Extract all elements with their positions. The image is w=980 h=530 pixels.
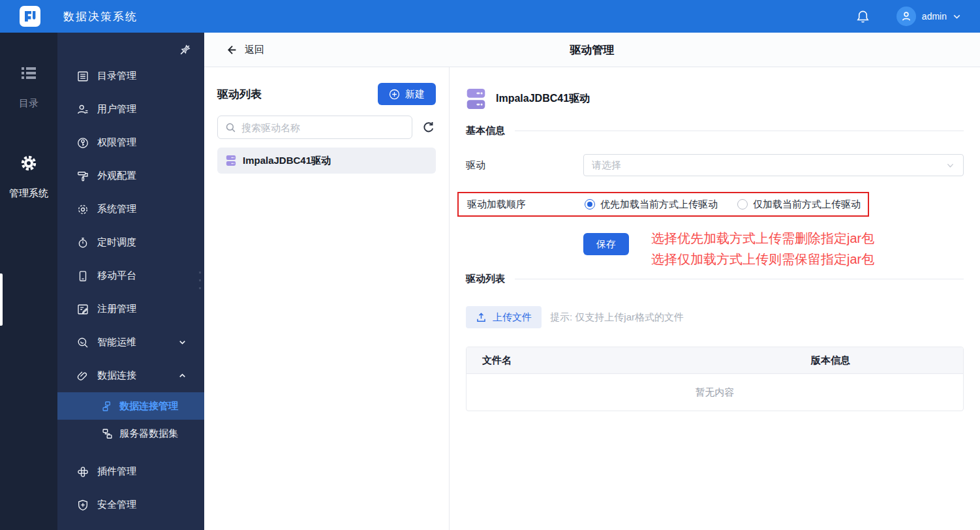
refresh-icon[interactable]	[420, 119, 436, 135]
document-list-icon	[77, 70, 89, 82]
driver-detail-panel: ImpalaJDBC41驱动 基本信息 驱动 请选择 驱动加载顺序 优先加载当前…	[450, 67, 980, 530]
database-icon-large	[466, 87, 486, 110]
menu-item-security-mgmt[interactable]: 安全管理	[57, 488, 204, 522]
rail-item-admin-system[interactable]: 管理系统	[0, 155, 57, 200]
section-basic-info: 基本信息	[466, 125, 505, 137]
topbar: 数据决策系统 admin	[0, 0, 980, 33]
account-chevron-down-icon[interactable]	[952, 12, 962, 22]
shield-plus-icon	[77, 499, 89, 511]
annotation-line-2: 选择仅加载方式上传则需保留指定jar包	[651, 253, 874, 266]
menu-item-mobile-platform[interactable]: 移动平台	[57, 259, 204, 292]
radio-load-priority[interactable]: 优先加载当前方式上传驱动	[585, 198, 718, 211]
notification-bell-icon[interactable]	[855, 8, 872, 25]
chevron-down-icon	[177, 337, 187, 347]
app-logo-icon	[20, 6, 40, 27]
menu-item-registration-mgmt[interactable]: 注册管理	[57, 292, 204, 326]
gear-icon	[20, 155, 37, 172]
column-filename: 文件名	[467, 354, 811, 367]
document-pen-icon	[77, 304, 89, 315]
page-header: 返回 驱动管理	[204, 33, 980, 67]
select-chevron-down-icon	[945, 161, 955, 170]
gear-icon	[77, 204, 89, 215]
user-icon	[77, 104, 89, 116]
database-icon	[226, 155, 236, 166]
back-arrow-icon	[225, 44, 237, 56]
menu-item-appearance-config[interactable]: 外观配置	[57, 159, 204, 193]
menu-item-plugin-mgmt[interactable]: 插件管理	[57, 455, 204, 488]
admin-menu: 目录管理 用户管理 权限管理 外观配置 系统管理 定时调度 移动平台	[57, 33, 204, 522]
mobile-phone-icon	[77, 270, 89, 282]
search-driver-input[interactable]	[241, 122, 405, 133]
menu-item-data-connection-mgmt[interactable]: 数据连接管理	[57, 392, 204, 420]
radio-load-only[interactable]: 仅加载当前方式上传驱动	[737, 198, 861, 211]
menu-item-permission-mgmt[interactable]: 权限管理	[57, 126, 204, 159]
new-driver-button[interactable]: 新建	[378, 83, 436, 105]
username-label[interactable]: admin	[922, 11, 947, 22]
driver-file-table: 文件名 版本信息 暂无内容	[466, 347, 964, 411]
red-annotations: 选择优先加载方式上传需删除指定jar包 选择仅加载方式上传则需保留指定jar包	[651, 232, 874, 266]
admin-sidebar: 目录管理 用户管理 权限管理 外观配置 系统管理 定时调度 移动平台	[57, 33, 204, 530]
driver-select[interactable]: 请选择	[583, 154, 964, 176]
active-indicator	[0, 273, 3, 326]
app-title: 数据决策系统	[63, 9, 138, 24]
radio-unselected-icon[interactable]	[737, 199, 748, 210]
driver-list-panel: 驱动列表 新建 ImpalaJDBC41驱动	[204, 67, 450, 530]
upload-hint: 提示: 仅支持上传jar格式的文件	[550, 311, 684, 324]
upload-icon	[476, 312, 487, 323]
table-empty-state: 暂无内容	[467, 374, 963, 411]
menu-item-catalog-mgmt[interactable]: 目录管理	[57, 59, 204, 93]
driver-field-label: 驱动	[466, 159, 583, 172]
table-header-row: 文件名 版本信息	[467, 347, 963, 374]
menu-item-intelligent-ops[interactable]: 智能运维	[57, 326, 204, 359]
menu-item-data-connection[interactable]: 数据连接	[57, 359, 204, 392]
menu-item-server-dataset[interactable]: 服务器数据集	[57, 420, 204, 447]
column-version: 版本信息	[811, 354, 963, 367]
driver-item-name: ImpalaJDBC41驱动	[243, 155, 331, 167]
driver-detail-title: ImpalaJDBC41驱动	[496, 92, 590, 106]
magnifier-wrench-icon	[77, 337, 89, 349]
user-avatar[interactable]	[896, 7, 916, 26]
radio-selected-icon[interactable]	[585, 199, 595, 210]
divider	[515, 131, 964, 131]
search-icon	[225, 122, 236, 133]
save-button[interactable]: 保存	[583, 233, 629, 255]
rail-item-label: 管理系统	[9, 187, 48, 200]
load-order-annotation-box: 驱动加载顺序 优先加载当前方式上传驱动 仅加载当前方式上传驱动	[457, 192, 869, 217]
directory-list-icon	[20, 65, 37, 82]
annotation-line-1: 选择优先加载方式上传需删除指定jar包	[651, 232, 874, 245]
nav-rail: 目录 管理系统	[0, 33, 57, 530]
menu-item-user-mgmt[interactable]: 用户管理	[57, 93, 204, 126]
back-button[interactable]: 返回	[225, 44, 264, 56]
dataset-nodes-icon	[101, 428, 113, 439]
menu-item-scheduler[interactable]: 定时调度	[57, 226, 204, 259]
paperclip-icon	[77, 370, 89, 382]
rail-item-directory[interactable]: 目录	[0, 33, 57, 110]
page-title: 驱动管理	[570, 42, 615, 57]
driver-list-item[interactable]: ImpalaJDBC41驱动	[217, 148, 436, 174]
stopwatch-icon	[77, 237, 89, 249]
search-driver-box	[217, 116, 412, 139]
plus-circle-icon	[389, 89, 400, 100]
driver-list-title: 驱动列表	[217, 87, 262, 102]
divider	[515, 279, 964, 279]
menu-item-system-mgmt[interactable]: 系统管理	[57, 193, 204, 226]
puzzle-icon	[77, 466, 89, 478]
connection-nodes-icon	[101, 400, 113, 412]
unpin-sidebar-icon[interactable]	[177, 42, 192, 57]
upload-file-button[interactable]: 上传文件	[466, 306, 542, 328]
chevron-up-icon	[177, 371, 187, 381]
section-driver-list: 驱动列表	[466, 273, 505, 285]
paint-roller-icon	[77, 170, 89, 182]
load-order-label: 驱动加载顺序	[467, 198, 585, 211]
key-icon	[77, 137, 89, 149]
rail-item-label: 目录	[19, 97, 38, 110]
